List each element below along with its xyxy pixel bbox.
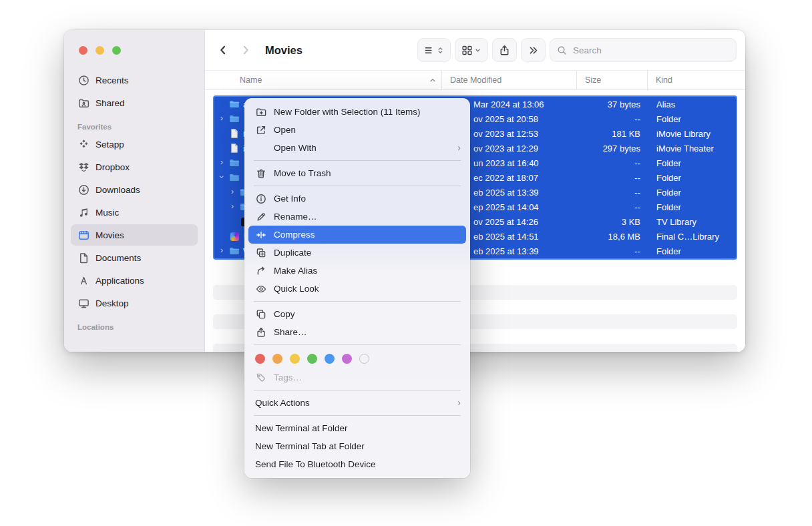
menu-item-open[interactable]: Open: [248, 121, 466, 139]
applications-icon: [77, 274, 89, 286]
folder-file-icon: [229, 158, 240, 168]
tag-dot[interactable]: [272, 354, 282, 364]
sidebar-item-desktop[interactable]: Desktop: [71, 292, 198, 314]
copy-icon: [255, 308, 267, 320]
file-size: --: [578, 202, 648, 212]
file-size: 181 KB: [578, 129, 648, 139]
sidebar-top-list: RecentsShared: [71, 69, 198, 113]
sidebar-item-label: Recents: [95, 75, 129, 85]
file-kind: Alias: [648, 99, 736, 109]
tag-dot[interactable]: [290, 354, 300, 364]
sidebar-item-shared[interactable]: Shared: [71, 92, 198, 113]
sidebar-item-label: Music: [95, 208, 119, 218]
sidebar-item-music[interactable]: Music: [71, 202, 198, 223]
trash-icon: [255, 168, 267, 180]
desktop-icon: [77, 297, 89, 309]
sidebar-item-dropbox[interactable]: Dropbox: [71, 156, 198, 178]
menu-item-label: New Terminal at Folder: [255, 423, 348, 433]
menu-item-label: Duplicate: [274, 248, 311, 258]
menu-item-new-folder-with-selection-11-items[interactable]: New Folder with Selection (11 Items): [248, 103, 466, 121]
menu-item-label: Tags…: [274, 372, 302, 382]
sidebar-item-downloads[interactable]: Downloads: [71, 179, 198, 200]
tag-dot[interactable]: [342, 354, 352, 364]
zoom-window-button[interactable]: [112, 46, 121, 55]
disclosure-chevron-icon[interactable]: ›: [228, 188, 236, 196]
folder-file-icon: [229, 172, 240, 183]
sidebar-item-label: Desktop: [95, 298, 129, 308]
column-header-date-modified[interactable]: Date Modified: [441, 71, 576, 89]
back-button[interactable]: [214, 40, 232, 60]
menu-item-quick-actions[interactable]: Quick Actions›: [248, 394, 466, 412]
menu-item-label: Share…: [274, 327, 307, 337]
chevron-down-icon: [474, 47, 481, 54]
column-header-kind[interactable]: Kind: [647, 71, 745, 89]
sidebar-item-setapp[interactable]: Setapp: [71, 134, 198, 155]
menu-item-new-terminal-at-folder[interactable]: New Terminal at Folder: [248, 419, 466, 437]
disclosure-chevron-icon[interactable]: ›: [218, 246, 226, 254]
chevron-right-icon: [240, 44, 252, 56]
file-size: 37 bytes: [578, 99, 648, 109]
alias-icon: [255, 265, 267, 277]
tag-dot[interactable]: [325, 354, 335, 364]
duplicate-icon: [255, 247, 267, 259]
tag-dot[interactable]: [255, 354, 265, 364]
menu-item-label: Open: [274, 125, 296, 135]
menu-item-move-to-trash[interactable]: Move to Trash: [248, 164, 466, 182]
menu-item-label: Get Info: [274, 194, 306, 204]
sidebar-item-recents[interactable]: Recents: [71, 69, 198, 91]
file-size: --: [578, 173, 648, 183]
tag-color-row: [248, 348, 466, 368]
clock-icon: [77, 74, 89, 86]
doc-file-icon: [229, 128, 240, 139]
sidebar-item-label: Applications: [95, 276, 144, 286]
group-by-button[interactable]: [455, 39, 487, 61]
menu-item-copy[interactable]: Copy: [248, 305, 466, 323]
menu-item-label: Make Alias: [274, 266, 317, 276]
forward-button[interactable]: [237, 40, 254, 60]
menu-item-label: Send File To Bluetooth Device: [255, 459, 376, 469]
file-size: --: [578, 114, 648, 124]
search-input[interactable]: [572, 45, 729, 56]
menu-item-compress[interactable]: Compress: [248, 226, 466, 244]
menu-item-make-alias[interactable]: Make Alias: [248, 262, 466, 280]
sidebar-item-applications[interactable]: Applications: [71, 270, 198, 291]
close-window-button[interactable]: [79, 46, 87, 55]
sidebar-item-documents[interactable]: Documents: [71, 247, 198, 268]
folder-file-icon: [229, 246, 240, 256]
column-headers: Name Date Modified Size Kind: [205, 70, 745, 90]
menu-item-get-info[interactable]: Get Info: [248, 190, 466, 208]
menu-item-share[interactable]: Share…: [248, 323, 466, 341]
disclosure-chevron-icon[interactable]: ›: [218, 114, 226, 122]
view-mode-button[interactable]: [418, 39, 450, 61]
share-button[interactable]: [493, 39, 516, 61]
tag-icon: [255, 372, 267, 384]
file-kind: Folder: [648, 114, 736, 124]
menu-item-duplicate[interactable]: Duplicate: [248, 244, 466, 262]
column-header-size[interactable]: Size: [576, 71, 647, 89]
menu-item-label: Copy: [274, 309, 295, 319]
search-field[interactable]: [550, 39, 736, 61]
tag-dot[interactable]: [307, 354, 317, 364]
grid-icon: [461, 45, 473, 56]
sidebar-nav: RecentsShared Favorites SetappDropboxDow…: [64, 69, 204, 331]
column-header-name[interactable]: Name: [213, 71, 441, 89]
menu-item-label: Open With: [274, 143, 317, 153]
folder-plus-icon: [255, 106, 267, 118]
tag-dot-none[interactable]: [359, 354, 369, 364]
menu-item-quick-look[interactable]: Quick Look: [248, 280, 466, 298]
sidebar-item-movies[interactable]: Movies: [71, 224, 198, 246]
compress-icon: [255, 229, 267, 241]
more-toolbar-items-button[interactable]: [522, 39, 545, 61]
disclosure-chevron-icon[interactable]: ›: [228, 202, 236, 210]
menu-item-open-with[interactable]: Open With›: [248, 139, 466, 157]
file-kind: TV Library: [648, 217, 736, 227]
file-size: --: [578, 158, 648, 168]
downloads-icon: [77, 184, 89, 196]
menu-item-new-terminal-tab-at-folder[interactable]: New Terminal Tab at Folder: [248, 437, 466, 455]
menu-item-rename[interactable]: Rename…: [248, 208, 466, 226]
minimize-window-button[interactable]: [95, 46, 104, 55]
disclosure-chevron-icon[interactable]: ›: [218, 173, 226, 181]
menu-separator: [254, 301, 461, 302]
menu-item-send-file-to-bluetooth-device[interactable]: Send File To Bluetooth Device: [248, 455, 466, 473]
disclosure-chevron-icon[interactable]: ›: [218, 158, 226, 166]
